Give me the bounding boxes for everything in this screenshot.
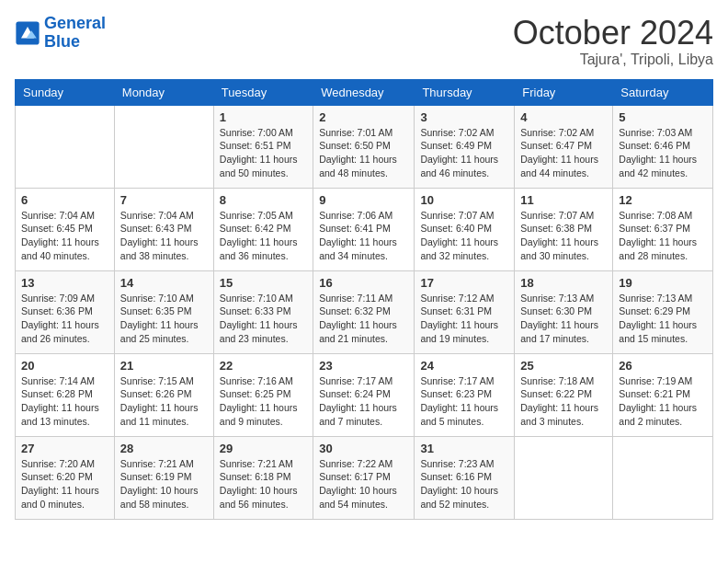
weekday-header-thursday: Thursday — [415, 79, 515, 105]
calendar-cell — [114, 105, 213, 188]
calendar-body: 1Sunrise: 7:00 AM Sunset: 6:51 PM Daylig… — [16, 105, 713, 519]
day-number: 7 — [120, 193, 208, 207]
calendar-header: SundayMondayTuesdayWednesdayThursdayFrid… — [16, 79, 713, 105]
day-info: Sunrise: 7:04 AM Sunset: 6:43 PM Dayligh… — [120, 209, 208, 263]
weekday-header-friday: Friday — [515, 79, 613, 105]
calendar-cell: 23Sunrise: 7:17 AM Sunset: 6:24 PM Dayli… — [313, 353, 415, 436]
calendar-cell: 8Sunrise: 7:05 AM Sunset: 6:42 PM Daylig… — [213, 188, 313, 270]
day-info: Sunrise: 7:21 AM Sunset: 6:18 PM Dayligh… — [220, 457, 307, 511]
day-number: 3 — [420, 110, 508, 124]
calendar-cell: 7Sunrise: 7:04 AM Sunset: 6:43 PM Daylig… — [114, 188, 213, 270]
calendar-cell: 29Sunrise: 7:21 AM Sunset: 6:18 PM Dayli… — [213, 436, 313, 519]
day-number: 29 — [220, 442, 307, 455]
day-info: Sunrise: 7:02 AM Sunset: 6:49 PM Dayligh… — [420, 126, 508, 180]
calendar-cell: 6Sunrise: 7:04 AM Sunset: 6:45 PM Daylig… — [16, 188, 115, 270]
day-info: Sunrise: 7:15 AM Sunset: 6:26 PM Dayligh… — [120, 374, 208, 429]
calendar-cell: 24Sunrise: 7:17 AM Sunset: 6:23 PM Dayli… — [415, 353, 515, 436]
day-info: Sunrise: 7:17 AM Sunset: 6:24 PM Dayligh… — [319, 374, 408, 429]
day-info: Sunrise: 7:04 AM Sunset: 6:45 PM Dayligh… — [21, 209, 108, 263]
logo: General Blue — [15, 15, 106, 52]
day-info: Sunrise: 7:12 AM Sunset: 6:31 PM Dayligh… — [420, 292, 508, 346]
day-info: Sunrise: 7:16 AM Sunset: 6:25 PM Dayligh… — [220, 374, 307, 429]
weekday-header-saturday: Saturday — [613, 79, 713, 105]
day-number: 12 — [619, 193, 707, 207]
day-info: Sunrise: 7:22 AM Sunset: 6:17 PM Dayligh… — [319, 457, 408, 511]
calendar-cell: 10Sunrise: 7:07 AM Sunset: 6:40 PM Dayli… — [415, 188, 515, 270]
page-header: General Blue October 2024 Tajura', Tripo… — [15, 15, 713, 68]
day-info: Sunrise: 7:01 AM Sunset: 6:50 PM Dayligh… — [319, 126, 408, 180]
calendar-cell — [16, 105, 115, 188]
day-info: Sunrise: 7:08 AM Sunset: 6:37 PM Dayligh… — [619, 209, 707, 263]
day-number: 28 — [120, 442, 208, 455]
day-info: Sunrise: 7:13 AM Sunset: 6:29 PM Dayligh… — [619, 292, 707, 346]
day-info: Sunrise: 7:19 AM Sunset: 6:21 PM Dayligh… — [619, 374, 707, 429]
location: Tajura', Tripoli, Libya — [513, 52, 713, 68]
day-info: Sunrise: 7:13 AM Sunset: 6:30 PM Dayligh… — [520, 292, 607, 346]
calendar-cell: 18Sunrise: 7:13 AM Sunset: 6:30 PM Dayli… — [515, 270, 613, 353]
day-number: 13 — [21, 276, 108, 290]
weekday-header-wednesday: Wednesday — [313, 79, 415, 105]
day-number: 9 — [319, 193, 408, 207]
calendar-cell: 2Sunrise: 7:01 AM Sunset: 6:50 PM Daylig… — [313, 105, 415, 188]
calendar-cell: 16Sunrise: 7:11 AM Sunset: 6:32 PM Dayli… — [313, 270, 415, 353]
day-number: 10 — [420, 193, 508, 207]
calendar-cell: 11Sunrise: 7:07 AM Sunset: 6:38 PM Dayli… — [515, 188, 613, 270]
day-info: Sunrise: 7:11 AM Sunset: 6:32 PM Dayligh… — [319, 292, 408, 346]
calendar-cell: 1Sunrise: 7:00 AM Sunset: 6:51 PM Daylig… — [213, 105, 313, 188]
day-info: Sunrise: 7:06 AM Sunset: 6:41 PM Dayligh… — [319, 209, 408, 263]
day-info: Sunrise: 7:10 AM Sunset: 6:35 PM Dayligh… — [120, 292, 208, 346]
calendar-week-5: 27Sunrise: 7:20 AM Sunset: 6:20 PM Dayli… — [16, 436, 713, 519]
day-info: Sunrise: 7:02 AM Sunset: 6:47 PM Dayligh… — [520, 126, 607, 180]
day-number: 15 — [220, 276, 307, 290]
day-number: 2 — [319, 110, 408, 124]
calendar-cell: 28Sunrise: 7:21 AM Sunset: 6:19 PM Dayli… — [114, 436, 213, 519]
day-info: Sunrise: 7:18 AM Sunset: 6:22 PM Dayligh… — [520, 374, 607, 429]
day-info: Sunrise: 7:05 AM Sunset: 6:42 PM Dayligh… — [220, 209, 307, 263]
weekday-header-tuesday: Tuesday — [213, 79, 313, 105]
calendar-cell: 31Sunrise: 7:23 AM Sunset: 6:16 PM Dayli… — [415, 436, 515, 519]
calendar-cell: 20Sunrise: 7:14 AM Sunset: 6:28 PM Dayli… — [16, 353, 115, 436]
day-info: Sunrise: 7:21 AM Sunset: 6:19 PM Dayligh… — [120, 457, 208, 511]
day-info: Sunrise: 7:00 AM Sunset: 6:51 PM Dayligh… — [220, 126, 307, 180]
day-number: 21 — [120, 359, 208, 373]
day-number: 16 — [319, 276, 408, 290]
day-number: 14 — [120, 276, 208, 290]
calendar-cell: 3Sunrise: 7:02 AM Sunset: 6:49 PM Daylig… — [415, 105, 515, 188]
day-number: 6 — [21, 193, 108, 207]
calendar-cell: 13Sunrise: 7:09 AM Sunset: 6:36 PM Dayli… — [16, 270, 115, 353]
calendar-cell: 26Sunrise: 7:19 AM Sunset: 6:21 PM Dayli… — [613, 353, 713, 436]
day-info: Sunrise: 7:14 AM Sunset: 6:28 PM Dayligh… — [21, 374, 108, 429]
logo-line2: Blue — [44, 32, 80, 51]
calendar-cell: 25Sunrise: 7:18 AM Sunset: 6:22 PM Dayli… — [515, 353, 613, 436]
day-number: 1 — [220, 110, 307, 124]
calendar-cell: 4Sunrise: 7:02 AM Sunset: 6:47 PM Daylig… — [515, 105, 613, 188]
calendar-week-3: 13Sunrise: 7:09 AM Sunset: 6:36 PM Dayli… — [16, 270, 713, 353]
calendar-cell: 17Sunrise: 7:12 AM Sunset: 6:31 PM Dayli… — [415, 270, 515, 353]
day-number: 5 — [619, 110, 707, 124]
day-number: 19 — [619, 276, 707, 290]
calendar-cell — [613, 436, 713, 519]
day-number: 31 — [420, 442, 508, 455]
calendar-cell: 12Sunrise: 7:08 AM Sunset: 6:37 PM Dayli… — [613, 188, 713, 270]
day-info: Sunrise: 7:20 AM Sunset: 6:20 PM Dayligh… — [21, 457, 108, 511]
day-info: Sunrise: 7:09 AM Sunset: 6:36 PM Dayligh… — [21, 292, 108, 346]
day-number: 27 — [21, 442, 108, 455]
day-number: 8 — [220, 193, 307, 207]
day-info: Sunrise: 7:03 AM Sunset: 6:46 PM Dayligh… — [619, 126, 707, 180]
day-number: 23 — [319, 359, 408, 373]
calendar-cell: 14Sunrise: 7:10 AM Sunset: 6:35 PM Dayli… — [114, 270, 213, 353]
logo-line1: General — [44, 14, 106, 32]
day-number: 17 — [420, 276, 508, 290]
day-number: 30 — [319, 442, 408, 455]
title-block: October 2024 Tajura', Tripoli, Libya — [513, 15, 713, 68]
day-number: 24 — [420, 359, 508, 373]
weekday-header-row: SundayMondayTuesdayWednesdayThursdayFrid… — [16, 79, 713, 105]
day-number: 26 — [619, 359, 707, 373]
month-title: October 2024 — [513, 15, 713, 52]
calendar-cell: 5Sunrise: 7:03 AM Sunset: 6:46 PM Daylig… — [613, 105, 713, 188]
calendar-week-4: 20Sunrise: 7:14 AM Sunset: 6:28 PM Dayli… — [16, 353, 713, 436]
weekday-header-monday: Monday — [114, 79, 213, 105]
day-number: 25 — [520, 359, 607, 373]
calendar-cell: 15Sunrise: 7:10 AM Sunset: 6:33 PM Dayli… — [213, 270, 313, 353]
calendar-cell — [515, 436, 613, 519]
